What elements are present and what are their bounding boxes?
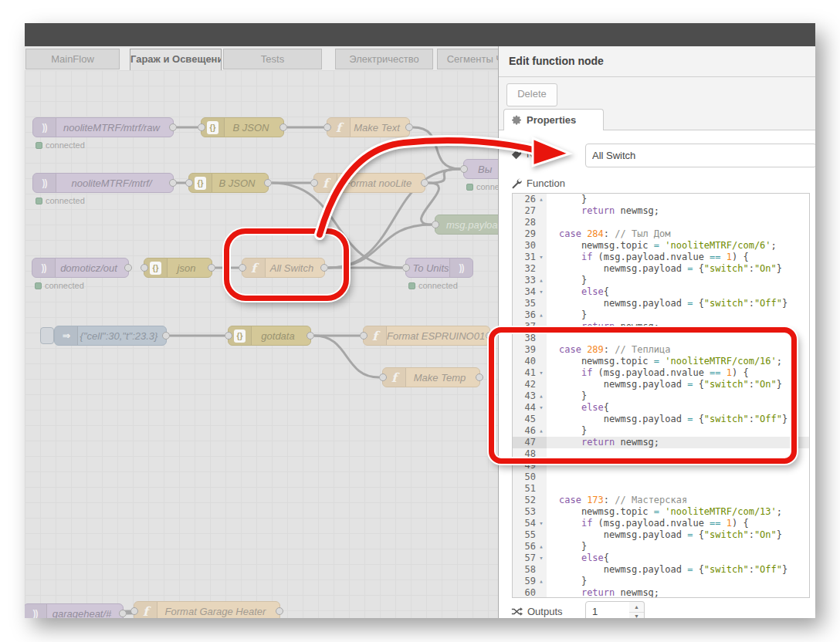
- flow-tab-3[interactable]: Tests: [223, 49, 322, 69]
- fold-arrow-icon[interactable]: [536, 344, 547, 356]
- fold-arrow-icon[interactable]: [536, 228, 547, 240]
- node-output-port[interactable]: [162, 332, 170, 340]
- code-line-43[interactable]: 43▴ }: [513, 390, 809, 402]
- code-line-29[interactable]: 29case 284: // Тыл Дом: [513, 228, 809, 240]
- outputs-input[interactable]: [585, 601, 630, 618]
- code-line-53[interactable]: 53 newmsg.topic = 'nooliteMTRF/com/13';: [513, 506, 809, 518]
- node-make-text[interactable]: fMake Text: [327, 117, 410, 137]
- code-line-26[interactable]: 26▴ }: [513, 194, 809, 205]
- code-line-46[interactable]: 46▴ }: [513, 425, 809, 437]
- fold-arrow-icon[interactable]: ▾: [536, 252, 547, 263]
- node-output-port[interactable]: [169, 123, 177, 131]
- node-gotdata[interactable]: {}gotdata: [228, 326, 311, 346]
- fold-arrow-icon[interactable]: [536, 356, 547, 367]
- node-all-switch[interactable]: fAll Switch: [242, 258, 325, 278]
- code-line-59[interactable]: 59▴ }: [513, 576, 809, 587]
- fold-arrow-icon[interactable]: [536, 333, 547, 344]
- fold-arrow-icon[interactable]: ▴: [536, 541, 547, 552]
- node-to-units[interactable]: ))To Units: [405, 258, 473, 278]
- node-output-port[interactable]: [208, 264, 215, 272]
- code-line-36[interactable]: 36▴ }: [513, 309, 809, 321]
- code-line-57[interactable]: 57▾ else{: [513, 552, 809, 564]
- node-input-port[interactable]: [402, 264, 410, 272]
- node-input-port[interactable]: [323, 123, 331, 131]
- node-output-port[interactable]: [279, 123, 287, 131]
- code-line-56[interactable]: 56▴ }: [513, 541, 809, 552]
- node-output-port[interactable]: [264, 179, 272, 187]
- code-line-33[interactable]: 33▴ }: [513, 275, 809, 286]
- code-line-35[interactable]: 35 newmsg.payload = {"switch":"Off"}: [513, 298, 809, 309]
- flow-tab-5[interactable]: Сегменты Ча: [437, 49, 498, 69]
- node-format-espruino01[interactable]: fFormat ESPRUINO01: [363, 326, 490, 346]
- node-output-port[interactable]: [405, 123, 413, 131]
- fold-arrow-icon[interactable]: [536, 587, 547, 598]
- node-bjson-1[interactable]: {}B JSON: [201, 117, 284, 137]
- node-make-temp[interactable]: fMake Temp: [382, 367, 480, 387]
- delete-button[interactable]: Delete: [506, 83, 557, 106]
- fold-arrow-icon[interactable]: [536, 263, 547, 275]
- node-input-port[interactable]: [360, 332, 368, 340]
- code-line-52[interactable]: 52case 173: // Мастерская: [513, 495, 809, 506]
- node-output-port[interactable]: [169, 179, 177, 187]
- fold-arrow-icon[interactable]: ▾: [536, 518, 547, 529]
- node-input-port[interactable]: [185, 179, 193, 187]
- node-output-port[interactable]: [476, 373, 483, 381]
- node-msg-payload[interactable]: msg.payload: [435, 215, 498, 235]
- node-garageheat[interactable]: ))garageheat/#: [25, 603, 124, 618]
- flow-canvas[interactable]: ))nooliteMTRF/mtrf/rawconnected{}B JSONf…: [25, 70, 498, 618]
- fold-arrow-icon[interactable]: [536, 298, 547, 309]
- code-line-48[interactable]: 48: [513, 448, 809, 460]
- flow-tab-4[interactable]: Электричество: [335, 49, 433, 69]
- fold-arrow-icon[interactable]: ▾: [536, 367, 547, 379]
- fold-arrow-icon[interactable]: ▴: [536, 576, 547, 587]
- node-format-garage-heater[interactable]: fFormat Garage Heater: [134, 601, 280, 618]
- fold-arrow-icon[interactable]: [536, 506, 547, 518]
- code-line-27[interactable]: 27 return newmsg;: [513, 205, 809, 217]
- fold-arrow-icon[interactable]: [536, 414, 547, 425]
- code-line-28[interactable]: 28: [513, 217, 809, 228]
- fold-arrow-icon[interactable]: [536, 483, 547, 495]
- node-output-port[interactable]: [320, 264, 328, 272]
- node-input-port[interactable]: [239, 264, 246, 272]
- code-line-38[interactable]: 38: [513, 333, 809, 344]
- node-input-port[interactable]: [141, 264, 148, 272]
- node-output-port[interactable]: [119, 610, 127, 617]
- node-inject[interactable]: ⇒{"cell":30,"t":23.3}: [54, 326, 167, 346]
- node-vy[interactable]: ))Вы: [463, 159, 498, 179]
- fold-arrow-icon[interactable]: [536, 529, 547, 541]
- node-input-port[interactable]: [198, 123, 205, 131]
- spinner-down-button[interactable]: ▼: [629, 611, 644, 618]
- name-input[interactable]: [585, 144, 815, 167]
- code-line-30[interactable]: 30 newmsg.topic = 'nooliteMTRF/com/6';: [513, 240, 809, 252]
- code-line-37[interactable]: 37 return newmsg;: [513, 321, 809, 333]
- node-input-port[interactable]: [432, 221, 439, 228]
- fold-arrow-icon[interactable]: ▴: [536, 194, 547, 205]
- fold-arrow-icon[interactable]: ▴: [536, 425, 547, 437]
- fold-arrow-icon[interactable]: [536, 471, 547, 483]
- fold-arrow-icon[interactable]: ▾: [536, 552, 547, 564]
- code-line-45[interactable]: 45 newmsg.payload = {"switch":"Off"}: [513, 414, 809, 425]
- code-line-54[interactable]: 54▾ if (msg.payload.nvalue == 1) {: [513, 518, 809, 529]
- code-editor[interactable]: 26▴ }27 return newmsg;2829case 284: // Т…: [512, 193, 810, 598]
- code-line-41[interactable]: 41▾ if (msg.payload.nvalue == 1) {: [513, 367, 809, 379]
- tab-properties[interactable]: Properties: [503, 109, 604, 130]
- fold-arrow-icon[interactable]: [536, 217, 547, 228]
- code-line-58[interactable]: 58 newmsg.payload = {"switch":"Off"}: [513, 564, 809, 576]
- code-line-40[interactable]: 40 newmsg.topic = 'nooliteMTRF/com/16';: [513, 356, 809, 367]
- fold-arrow-icon[interactable]: [536, 437, 547, 448]
- node-output-port[interactable]: [124, 264, 132, 272]
- fold-arrow-icon[interactable]: [536, 379, 547, 390]
- fold-arrow-icon[interactable]: [536, 240, 547, 252]
- node-json[interactable]: {}json: [144, 258, 212, 278]
- code-line-42[interactable]: 42 newmsg.payload = {"switch":"On"}: [513, 379, 809, 390]
- fold-arrow-icon[interactable]: [536, 460, 547, 471]
- node-noolite-mtrf[interactable]: ))nooliteMTRF/mtrf/: [32, 173, 174, 193]
- fold-arrow-icon[interactable]: [536, 205, 547, 217]
- flow-tab-2[interactable]: Гараж и Освещени: [130, 49, 222, 71]
- fold-arrow-icon[interactable]: [536, 564, 547, 576]
- code-line-32[interactable]: 32 newmsg.payload = {"switch":"On"}: [513, 263, 809, 275]
- code-line-31[interactable]: 31▾ if (msg.payload.nvalue == 1) {: [513, 252, 809, 263]
- fold-arrow-icon[interactable]: ▴: [536, 309, 547, 321]
- node-input-port[interactable]: [460, 165, 468, 173]
- code-line-44[interactable]: 44▾ else{: [513, 402, 809, 414]
